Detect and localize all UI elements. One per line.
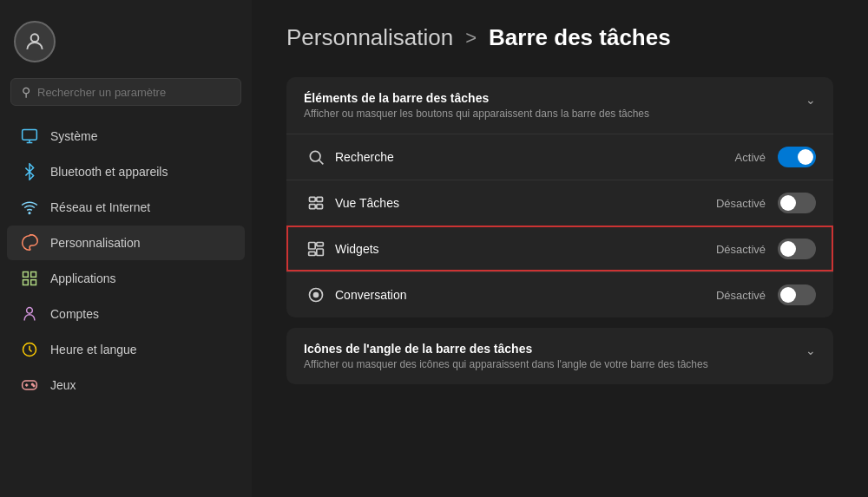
item-vue-taches-status: Désactivé bbox=[716, 197, 766, 210]
bluetooth-icon bbox=[21, 163, 38, 180]
svg-point-16 bbox=[310, 151, 320, 161]
sidebar-item-personnalisation[interactable]: Personnalisation bbox=[7, 226, 245, 260]
nav-list: Système Bluetooth et appareils Réseau et… bbox=[0, 114, 252, 407]
sidebar-item-heure-label: Heure et langue bbox=[50, 343, 137, 356]
sidebar-item-bluetooth-label: Bluetooth et appareils bbox=[50, 165, 168, 179]
section-elements-title: Éléments de la barre des tâches bbox=[304, 91, 649, 105]
widgets-icon bbox=[304, 237, 328, 261]
search-icon: ⚲ bbox=[22, 85, 30, 99]
sidebar-item-bluetooth[interactable]: Bluetooth et appareils bbox=[7, 154, 245, 189]
svg-point-27 bbox=[314, 293, 319, 298]
item-vue-taches-label: Vue Tâches bbox=[335, 196, 716, 210]
gamepad-icon bbox=[21, 376, 38, 394]
breadcrumb: Personnalisation bbox=[286, 24, 453, 51]
svg-rect-6 bbox=[31, 272, 36, 278]
search-input[interactable] bbox=[37, 86, 230, 99]
sidebar-item-reseau[interactable]: Réseau et Internet bbox=[7, 190, 245, 225]
svg-rect-22 bbox=[309, 243, 316, 250]
section-icones-angle-header[interactable]: Icônes de l'angle de la barre des tâches… bbox=[286, 328, 833, 384]
section-icones-title: Icônes de l'angle de la barre des tâches bbox=[304, 342, 708, 356]
svg-rect-19 bbox=[317, 197, 323, 201]
sidebar-item-heure[interactable]: Heure et langue bbox=[7, 332, 245, 367]
section-icones-angle: Icônes de l'angle de la barre des tâches… bbox=[286, 328, 833, 384]
sidebar-item-jeux-label: Jeux bbox=[50, 378, 76, 392]
toggle-thumb bbox=[780, 241, 796, 257]
item-conversation: Conversation Désactivé bbox=[286, 271, 833, 317]
page-title: Barre des tâches bbox=[489, 24, 671, 51]
chevron-up-icon-2: ⌄ bbox=[806, 343, 816, 357]
svg-rect-20 bbox=[310, 205, 316, 209]
item-vue-taches: Vue Tâches Désactivé bbox=[286, 180, 833, 226]
sidebar: ⚲ Système Bluetooth et appareils bbox=[0, 0, 252, 497]
item-recherche-status: Activé bbox=[735, 151, 766, 164]
item-widgets-label: Widgets bbox=[335, 242, 716, 256]
svg-point-4 bbox=[29, 213, 30, 214]
section-elements-desc: Afficher ou masquer les boutons qui appa… bbox=[304, 108, 649, 120]
sidebar-item-systeme-label: Système bbox=[50, 129, 97, 143]
apps-icon bbox=[21, 270, 38, 287]
svg-rect-1 bbox=[23, 130, 37, 141]
main-content: Personnalisation > Barre des tâches Élém… bbox=[252, 0, 868, 497]
svg-rect-23 bbox=[317, 243, 324, 246]
item-widgets-toggle[interactable] bbox=[778, 239, 816, 259]
item-recherche-toggle[interactable] bbox=[778, 147, 816, 167]
item-recherche-label: Recherche bbox=[335, 150, 735, 164]
item-widgets: Widgets Désactivé bbox=[286, 226, 833, 271]
sidebar-item-systeme[interactable]: Système bbox=[7, 119, 245, 154]
sidebar-item-applications-label: Applications bbox=[50, 271, 116, 285]
svg-rect-21 bbox=[317, 205, 323, 209]
section-elements-header[interactable]: Éléments de la barre des tâches Afficher… bbox=[286, 77, 833, 134]
svg-rect-8 bbox=[31, 280, 36, 285]
item-conversation-status: Désactivé bbox=[716, 289, 766, 302]
sidebar-item-personnalisation-label: Personnalisation bbox=[50, 236, 141, 250]
toggle-thumb bbox=[798, 149, 813, 165]
svg-rect-7 bbox=[23, 280, 29, 285]
svg-rect-24 bbox=[317, 249, 324, 256]
page-header: Personnalisation > Barre des tâches bbox=[286, 24, 833, 51]
svg-rect-18 bbox=[310, 197, 316, 201]
chevron-up-icon: ⌄ bbox=[806, 93, 816, 107]
user-area bbox=[0, 9, 252, 78]
section-elements: Éléments de la barre des tâches Afficher… bbox=[286, 77, 833, 317]
item-conversation-label: Conversation bbox=[335, 288, 716, 302]
item-recherche: Recherche Activé bbox=[286, 134, 833, 180]
item-widgets-status: Désactivé bbox=[716, 243, 766, 256]
brush-icon bbox=[21, 234, 38, 252]
sidebar-item-applications[interactable]: Applications bbox=[7, 261, 245, 296]
item-conversation-toggle[interactable] bbox=[778, 284, 816, 305]
svg-point-15 bbox=[33, 385, 35, 387]
search-box[interactable]: ⚲ bbox=[10, 78, 241, 106]
svg-point-0 bbox=[31, 34, 39, 42]
conversation-icon bbox=[304, 283, 328, 307]
sidebar-item-jeux[interactable]: Jeux bbox=[7, 368, 245, 402]
section-icones-desc: Afficher ou masquer des icônes qui appar… bbox=[304, 358, 708, 370]
svg-line-17 bbox=[319, 160, 324, 165]
toggle-thumb bbox=[780, 287, 796, 303]
toggle-thumb bbox=[780, 195, 796, 211]
svg-rect-25 bbox=[309, 252, 316, 255]
svg-point-9 bbox=[27, 308, 33, 314]
item-vue-taches-toggle[interactable] bbox=[778, 193, 816, 213]
sidebar-item-comptes[interactable]: Comptes bbox=[7, 297, 245, 331]
sidebar-item-reseau-label: Réseau et Internet bbox=[50, 200, 150, 214]
sidebar-item-comptes-label: Comptes bbox=[50, 307, 99, 321]
vue-taches-icon bbox=[304, 191, 328, 215]
clock-icon bbox=[21, 341, 38, 358]
breadcrumb-chevron: > bbox=[465, 27, 477, 49]
svg-rect-5 bbox=[23, 272, 29, 278]
monitor-icon bbox=[21, 128, 38, 145]
wifi-icon bbox=[21, 199, 38, 216]
person-icon bbox=[21, 305, 38, 323]
avatar bbox=[14, 21, 56, 62]
search-item-icon bbox=[304, 145, 328, 169]
